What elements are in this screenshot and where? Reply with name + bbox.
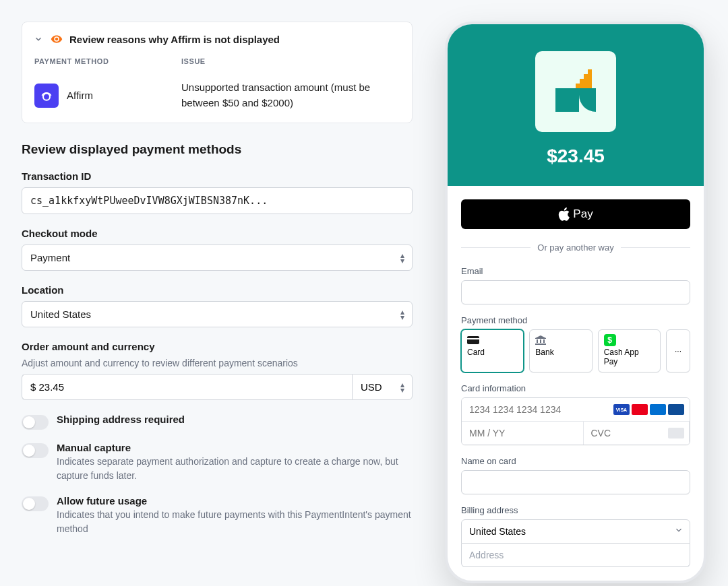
future-usage-desc: Indicates that you intend to make future… xyxy=(57,508,413,536)
shipping-toggle[interactable] xyxy=(22,415,49,430)
amount-label: Order amount and currency xyxy=(22,341,413,352)
future-usage-toggle[interactable] xyxy=(22,496,49,511)
payment-method-label: Payment method xyxy=(461,315,690,325)
future-usage-label: Allow future usage xyxy=(57,495,413,507)
phone-preview: $23.45 Pay Or pay another way Email Pay xyxy=(445,22,706,583)
email-label: Email xyxy=(461,266,690,276)
location-label: Location xyxy=(22,284,413,296)
currency-select[interactable]: USD xyxy=(352,374,413,400)
name-input[interactable] xyxy=(461,470,690,494)
svg-rect-3 xyxy=(467,338,479,339)
alert-panel: Review reasons why Affirm is not display… xyxy=(22,22,413,123)
checkout-mode-label: Checkout mode xyxy=(22,228,413,239)
cvc-icon xyxy=(668,428,684,438)
chevron-down-icon xyxy=(674,525,684,538)
divider-text: Or pay another way xyxy=(537,242,613,253)
card-brand-icons: VISA xyxy=(613,404,684,415)
pm-option-card[interactable]: Card xyxy=(461,329,524,372)
section-heading: Review displayed payment methods xyxy=(22,142,413,157)
pm-option-more[interactable]: ··· xyxy=(666,329,690,372)
manual-capture-toggle[interactable] xyxy=(22,443,49,458)
svg-rect-1 xyxy=(555,88,579,112)
apple-pay-button[interactable]: Pay xyxy=(461,199,690,229)
billing-country-select[interactable]: United States xyxy=(461,519,690,544)
svg-point-0 xyxy=(43,93,50,100)
billing-label: Billing address xyxy=(461,505,690,515)
shipping-label: Shipping address required xyxy=(57,414,413,425)
checkout-mode-select[interactable]: Payment xyxy=(22,245,413,271)
location-select[interactable]: United States xyxy=(22,301,413,327)
amount-input[interactable] xyxy=(22,374,352,400)
manual-capture-desc: Indicates separate payment authorization… xyxy=(57,455,413,483)
col-issue: ISSUE xyxy=(181,57,400,73)
pm-option-cashapp[interactable]: $ Cash App Pay xyxy=(598,329,661,372)
card-icon xyxy=(467,335,518,345)
divider xyxy=(461,247,530,248)
transaction-id-label: Transaction ID xyxy=(22,170,413,182)
billing-address-input[interactable]: Address xyxy=(461,544,690,567)
alert-row: Affirm Unsupported transaction amount (m… xyxy=(34,75,400,110)
bank-icon xyxy=(535,335,586,345)
checkout-price: $23.45 xyxy=(461,145,690,167)
pm-name: Affirm xyxy=(67,90,93,101)
cashapp-icon: $ xyxy=(604,335,655,345)
transaction-id-input[interactable] xyxy=(22,187,413,214)
alert-title: Review reasons why Affirm is not display… xyxy=(69,34,280,45)
email-input[interactable] xyxy=(461,280,690,304)
divider xyxy=(621,247,690,248)
svg-rect-2 xyxy=(467,336,479,344)
affirm-icon xyxy=(34,84,59,108)
pm-option-bank[interactable]: Bank xyxy=(529,329,592,372)
col-payment-method: PAYMENT METHOD xyxy=(34,57,180,73)
amount-help: Adjust amount and currency to review dif… xyxy=(22,358,413,368)
name-label: Name on card xyxy=(461,456,690,466)
card-info-label: Card information xyxy=(461,383,690,393)
card-expiry-input[interactable] xyxy=(462,422,584,445)
manual-capture-label: Manual capture xyxy=(57,442,413,453)
issue-text: Unsupported transaction amount (must be … xyxy=(181,75,400,110)
apple-icon xyxy=(558,207,572,221)
chevron-down-icon[interactable] xyxy=(33,34,44,44)
eye-icon xyxy=(51,33,63,45)
merchant-logo xyxy=(535,51,616,132)
